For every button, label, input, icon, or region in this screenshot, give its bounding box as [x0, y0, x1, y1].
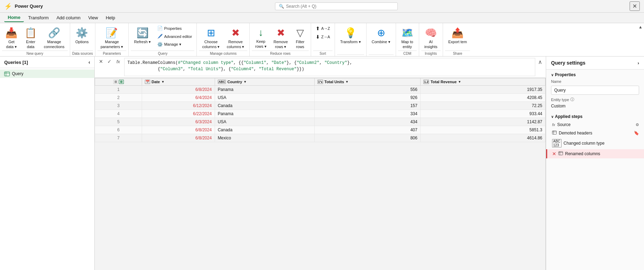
app-icon: ⚡: [4, 2, 12, 10]
cell-country-5: USA: [215, 118, 314, 126]
entity-type-info-icon[interactable]: ⓘ: [570, 97, 574, 102]
advanced-editor-button[interactable]: 🖊️ Advanced editor: [155, 33, 195, 40]
properties-button[interactable]: 📄 Properties: [155, 25, 195, 32]
table-body: 1 6/8/2024 Panama 556 1917.35 2 6/4/2024…: [95, 86, 545, 142]
remove-columns-button[interactable]: ✖ Removecolumns ▾: [223, 25, 247, 51]
filter-rows-icon: ▽: [296, 27, 304, 39]
queries-panel: Queries [1] ‹ Query: [0, 57, 95, 270]
properties-section: ∨ Properties Name Query Entity type ⓘ Cu…: [546, 70, 644, 111]
revenue-dropdown-icon[interactable]: ▼: [458, 80, 461, 84]
formula-string-2: "Column1": [243, 60, 266, 65]
properties-section-title: ∨ Properties: [546, 70, 644, 79]
menu-item-view[interactable]: View: [85, 14, 102, 22]
export-template-button[interactable]: 📤 Export tem: [445, 25, 470, 45]
manage-button[interactable]: ⚙️ Manage ▾: [155, 41, 195, 48]
col-header-total-revenue: 1.2 Total Revenue ▼: [420, 78, 545, 86]
refresh-button[interactable]: 🔄 Refresh ▾: [131, 25, 154, 45]
map-to-entity-button[interactable]: 🗺️ Map toentity: [398, 25, 417, 51]
step-demoted-delete-icon[interactable]: 🔖: [634, 131, 639, 136]
cell-units-2: 926: [314, 94, 420, 102]
options-button[interactable]: ⚙️ Options: [72, 25, 92, 45]
ribbon-group-sort: ⬆ A→Z ⬇ Z→A Sort: [311, 23, 335, 56]
ribbon-collapse[interactable]: ▲: [637, 23, 644, 56]
cell-revenue-7: 4614.86: [420, 134, 545, 142]
step-source-fx-icon: fx: [552, 123, 555, 127]
ribbon-collapse-icon[interactable]: ▲: [638, 25, 643, 29]
ribbon-label-new-query: New query: [2, 51, 68, 56]
units-dropdown-icon[interactable]: ▼: [346, 80, 349, 84]
properties-chevron-icon[interactable]: ∨: [551, 73, 554, 77]
query-settings-expand-button[interactable]: ›: [638, 60, 639, 66]
ribbon: 📥 Getdata ▾ 📋 Enterdata 🔗 Manageconnecti…: [0, 23, 644, 57]
title-bar-left: ⚡ Power Query: [4, 2, 43, 10]
cell-rownum-2: 2: [95, 94, 142, 102]
enter-data-button[interactable]: 📋 Enterdata: [21, 25, 40, 51]
step-renamed-label: Renamed columns: [565, 151, 600, 156]
get-data-icon: 📥: [5, 27, 18, 39]
remove-rows-icon: ✖: [277, 27, 285, 39]
main-area: Queries [1] ‹ Query ✕ ✓ fx: [0, 57, 644, 270]
ai-insights-button[interactable]: 🧠 AIinsights: [421, 25, 441, 51]
col-icon-table[interactable]: ⊞: [119, 80, 124, 84]
title-bar: ⚡ Power Query 🔍 ✕: [0, 0, 644, 13]
cell-revenue-4: 933.44: [420, 110, 545, 118]
remove-rows-button[interactable]: ✖ Removerows ▾: [270, 25, 291, 51]
menu-bar: Home Transform Add column View Help: [0, 13, 644, 23]
step-source[interactable]: fx Source ⚙: [546, 120, 644, 129]
choose-columns-button[interactable]: ⊞ Choosecolumns ▾: [199, 25, 223, 51]
manage-connections-button[interactable]: 🔗 Manageconnections: [41, 25, 68, 51]
search-box[interactable]: 🔍: [275, 2, 398, 10]
formula-cancel-button[interactable]: ✕: [98, 58, 105, 65]
ribbon-group-transform: 💡 Transform ▾: [335, 23, 367, 56]
combine-button[interactable]: ⊕ Combine ▾: [369, 25, 394, 45]
cell-country-2: USA: [215, 94, 314, 102]
menu-item-home[interactable]: Home: [4, 13, 24, 22]
sort-az-button[interactable]: ⬆ A→Z: [313, 25, 333, 32]
revenue-col-label: Total Revenue: [430, 80, 456, 84]
formula-bar: ✕ ✓ fx Table.RenameColumns(#"Changed col…: [95, 57, 546, 78]
sort-za-button[interactable]: ⬇ Z→A: [313, 33, 333, 41]
svg-rect-6: [559, 152, 563, 155]
name-value-box[interactable]: Query: [551, 86, 639, 95]
formula-string-9: "Total Revenue": [259, 67, 297, 72]
applied-steps-chevron-icon[interactable]: ∨: [551, 115, 554, 119]
search-input[interactable]: [286, 4, 394, 9]
transform-button[interactable]: 💡 Transform ▾: [337, 25, 364, 45]
ribbon-group-insights: 🧠 AIinsights Insights: [419, 23, 443, 56]
data-table: ⊞ ⊞ 📅 Date ▼: [95, 78, 545, 142]
step-demoted-label: Demoted headers: [559, 131, 592, 136]
step-changed-label: Changed column type: [564, 141, 605, 146]
step-renamed-columns[interactable]: ✕ Renamed columns: [546, 149, 644, 158]
date-dropdown-icon[interactable]: ▼: [161, 80, 165, 84]
col-icon-grid[interactable]: ⊞: [113, 80, 118, 84]
formula-text-9: ,: [254, 67, 259, 72]
queries-collapse-button[interactable]: ‹: [88, 59, 90, 65]
step-demoted-headers[interactable]: Demoted headers 🔖: [546, 129, 644, 137]
cell-units-3: 157: [314, 102, 420, 110]
ribbon-label-query: Query: [131, 51, 194, 56]
query-settings-header: Query settings ›: [546, 57, 644, 70]
menu-item-add-column[interactable]: Add column: [53, 14, 84, 22]
manage-parameters-button[interactable]: 📝 Manageparameters ▾: [98, 25, 127, 51]
filter-rows-button[interactable]: ▽ Filterrows: [292, 25, 309, 51]
country-dropdown-icon[interactable]: ▼: [243, 80, 247, 84]
sort-az-icon: ⬆: [316, 26, 320, 31]
query-settings-panel: Query settings › ∨ Properties Name Query…: [546, 57, 644, 270]
step-renamed-delete-icon[interactable]: ✕: [552, 151, 556, 157]
manage-icon: ⚙️: [157, 42, 163, 47]
step-changed-column-type[interactable]: ABC123 Changed column type: [546, 137, 644, 149]
formula-code-display[interactable]: Table.RenameColumns(#"Changed column typ…: [124, 58, 535, 76]
close-button[interactable]: ✕: [630, 1, 640, 11]
formula-confirm-button[interactable]: ✓: [106, 58, 113, 65]
keep-rows-button[interactable]: ↓ Keeprows ▾: [252, 25, 269, 50]
cell-revenue-1: 1917.35: [420, 86, 545, 94]
cell-country-6: Canada: [215, 126, 314, 134]
menu-item-transform[interactable]: Transform: [25, 14, 52, 22]
step-source-settings-icon[interactable]: ⚙: [636, 123, 639, 127]
get-data-button[interactable]: 📥 Getdata ▾: [2, 25, 21, 51]
formula-collapse-button[interactable]: ∧: [537, 58, 543, 66]
query-item[interactable]: Query: [0, 70, 94, 78]
formula-text-1: Table.RenameColumns(: [127, 60, 178, 65]
ribbon-label-data-sources: Data sources: [72, 51, 93, 56]
menu-item-help[interactable]: Help: [102, 14, 119, 22]
